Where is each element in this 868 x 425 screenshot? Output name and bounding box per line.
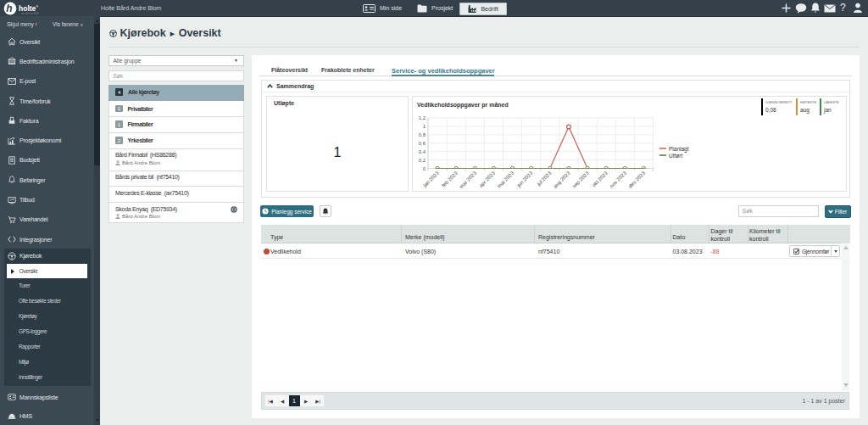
svg-text:des 2023: des 2023 <box>627 171 646 189</box>
svg-text:Utført: Utført <box>669 153 682 159</box>
svg-text:jul 2023: jul 2023 <box>536 171 553 187</box>
svg-text:apr 2023: apr 2023 <box>478 170 496 187</box>
svg-text:0: 0 <box>423 166 426 171</box>
svg-text:Planlagt: Planlagt <box>669 146 689 153</box>
svg-text:mar 2023: mar 2023 <box>459 171 478 190</box>
svg-text:aug 2023: aug 2023 <box>553 170 571 188</box>
svg-text:0,6: 0,6 <box>419 141 426 146</box>
svg-text:mai 2023: mai 2023 <box>497 170 515 188</box>
svg-text:0,2: 0,2 <box>419 158 426 163</box>
svg-text:1,2: 1,2 <box>419 115 426 120</box>
svg-text:h: h <box>6 3 12 14</box>
svg-text:nov 2023: nov 2023 <box>609 171 627 189</box>
svg-text:1: 1 <box>423 124 426 129</box>
svg-text:sep 2023: sep 2023 <box>571 171 590 189</box>
svg-text:0,8: 0,8 <box>419 132 426 137</box>
svg-text:okt 2023: okt 2023 <box>591 171 609 188</box>
svg-text:jan 2023: jan 2023 <box>422 171 441 189</box>
svg-text:0,4: 0,4 <box>419 149 426 154</box>
svg-text:feb 2023: feb 2023 <box>441 170 459 187</box>
svg-text:jun 2023: jun 2023 <box>515 171 534 189</box>
